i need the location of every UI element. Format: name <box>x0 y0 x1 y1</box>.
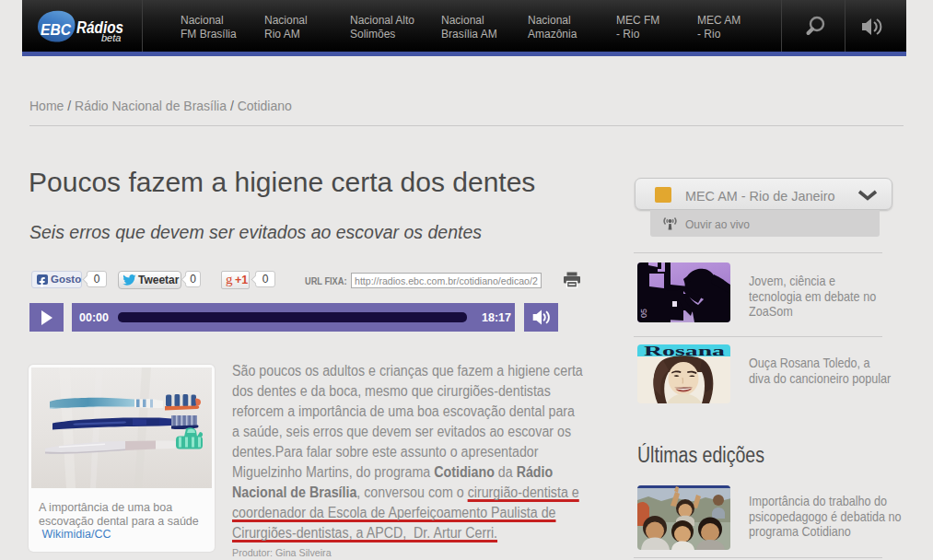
svg-text:EBC: EBC <box>41 21 72 38</box>
svg-text:05: 05 <box>639 309 648 318</box>
